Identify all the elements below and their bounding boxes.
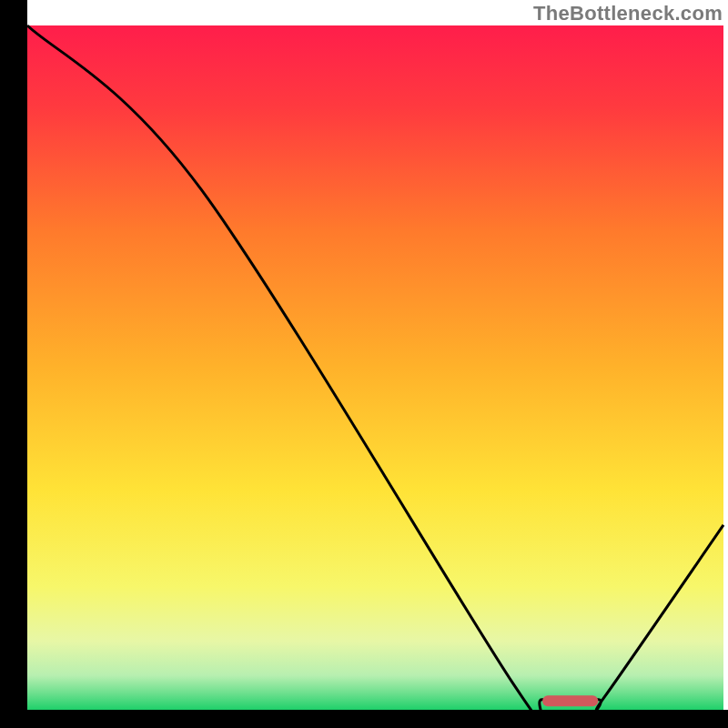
optimal-range-marker — [542, 695, 598, 706]
chart-frame: TheBottleneck.com — [0, 0, 728, 728]
x-axis — [0, 710, 728, 728]
plot-background — [27, 25, 723, 710]
y-axis — [0, 0, 27, 728]
bottleneck-chart — [0, 0, 728, 728]
watermark-label: TheBottleneck.com — [533, 2, 723, 25]
